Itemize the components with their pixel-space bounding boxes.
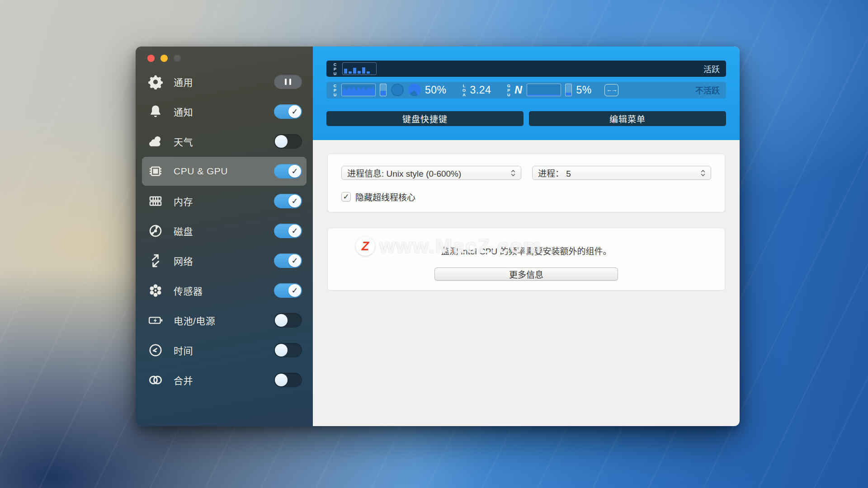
minimize-button[interactable]: [160, 55, 168, 62]
enable-toggle[interactable]: [274, 313, 302, 328]
menubar-preview-inactive[interactable]: CPU 50% LOA 3.24 GPU N 5%: [326, 82, 726, 98]
status-active-label: 活跃: [703, 63, 720, 75]
cpu-settings-panel: 进程信息: Unix style (0-600%) 进程： 5: [327, 154, 725, 212]
process-count-value: 进程： 5: [538, 167, 700, 179]
enable-toggle[interactable]: [274, 134, 302, 149]
chip-icon: [147, 163, 164, 179]
titlebar-controls: [136, 55, 313, 62]
sidebar: 通用通知天气CPU & GPU内存磁盘网络传感器电池/电源时间合并: [136, 47, 313, 426]
left-right-arrows-icon: [604, 84, 618, 96]
main-pane: CPU 活跃 CPU 50% LOA 3.24 GPU: [313, 47, 740, 426]
disk-icon: [147, 223, 164, 239]
pause-button[interactable]: [274, 75, 302, 89]
enable-toggle[interactable]: [274, 194, 302, 208]
header-buttons-row: 键盘快捷键 编辑菜单: [326, 111, 726, 126]
sidebar-item-label: 网络: [174, 254, 264, 267]
gpu-value: N: [514, 84, 522, 96]
merge-icon: [147, 372, 164, 388]
menubar-preview-active[interactable]: CPU 活跃: [326, 61, 726, 77]
hide-hyperthreading-row: 隐藏超线程核心: [341, 191, 711, 203]
bell-icon: [147, 103, 164, 120]
network-icon: [147, 253, 164, 269]
process-count-select[interactable]: 进程： 5: [532, 166, 711, 180]
sidebar-item-label: 通知: [174, 105, 264, 118]
zoom-button[interactable]: [174, 55, 181, 62]
sidebar-item-label: 通用: [174, 75, 264, 89]
cpu-gauge-ring-icon: [391, 84, 404, 96]
sidebar-item-label: 时间: [174, 343, 264, 357]
process-info-select[interactable]: 进程信息: Unix style (0-600%): [341, 166, 521, 180]
gpu-area-graph: [527, 84, 561, 96]
enable-toggle[interactable]: [274, 224, 302, 238]
sidebar-item-label: 天气: [174, 135, 264, 148]
sidebar-nav: 通用通知天气CPU & GPU内存磁盘网络传感器电池/电源时间合并: [136, 67, 313, 394]
cpu-meter: [380, 84, 387, 96]
load-value: 3.24: [470, 84, 491, 96]
more-info-button[interactable]: 更多信息: [434, 267, 618, 281]
sidebar-item-gear[interactable]: 通用: [142, 67, 307, 96]
notice-text: 监测 Intel CPU 的频率需要安装额外的组件。: [328, 244, 725, 257]
cpu-menu-label: CPU: [333, 84, 337, 97]
cpu-bar-graph: [342, 62, 377, 75]
sidebar-item-weather[interactable]: 天气: [142, 127, 307, 156]
enable-toggle[interactable]: [274, 283, 302, 298]
cpu-percent-value: 50%: [425, 84, 447, 96]
enable-toggle[interactable]: [274, 164, 302, 178]
selects-row: 进程信息: Unix style (0-600%) 进程： 5: [341, 166, 711, 180]
sidebar-item-merge[interactable]: 合并: [142, 366, 307, 394]
memory-icon: [147, 193, 164, 209]
weather-icon: [147, 133, 164, 150]
enable-toggle[interactable]: [274, 253, 302, 268]
sidebar-item-label: 磁盘: [174, 224, 264, 238]
sidebar-item-label: CPU & GPU: [174, 166, 264, 177]
gpu-percent-value: 5%: [576, 84, 591, 96]
process-info-value: 进程信息: Unix style (0-600%): [347, 167, 510, 179]
edit-menu-button[interactable]: 编辑菜单: [529, 111, 726, 126]
menubar-preview-header: CPU 活跃 CPU 50% LOA 3.24 GPU: [313, 47, 740, 140]
cpu-gauge-pie-icon: [408, 84, 421, 96]
gear-icon: [147, 74, 164, 90]
gpu-menu-label: GPU: [506, 84, 510, 97]
status-inactive-label: 不活跃: [695, 84, 720, 96]
load-menu-label: LOA: [462, 84, 466, 97]
sidebar-item-clock[interactable]: 时间: [142, 336, 307, 365]
sidebar-item-chip[interactable]: CPU & GPU: [142, 157, 307, 186]
fan-icon: [147, 282, 164, 299]
cpu-area-graph: [341, 84, 376, 96]
sidebar-item-label: 内存: [174, 194, 264, 208]
sidebar-item-label: 电池/电源: [174, 314, 264, 327]
battery-icon: [147, 312, 164, 328]
cpu-menu-label: CPU: [333, 62, 337, 75]
sidebar-item-fan[interactable]: 传感器: [142, 276, 307, 305]
close-button[interactable]: [147, 55, 155, 62]
sidebar-item-bell[interactable]: 通知: [142, 97, 307, 126]
content-area: 进程信息: Unix style (0-600%) 进程： 5: [313, 140, 740, 426]
sidebar-item-memory[interactable]: 内存: [142, 187, 307, 216]
sidebar-item-label: 传感器: [174, 284, 264, 297]
select-stepper-icon: [700, 169, 706, 178]
sidebar-item-network[interactable]: 网络: [142, 246, 307, 275]
sidebar-item-disk[interactable]: 磁盘: [142, 216, 307, 245]
gpu-meter: [565, 84, 572, 96]
select-stepper-icon: [510, 169, 516, 178]
enable-toggle[interactable]: [274, 104, 302, 119]
enable-toggle[interactable]: [274, 373, 302, 387]
sidebar-item-battery[interactable]: 电池/电源: [142, 306, 307, 335]
intel-notice-panel: 监测 Intel CPU 的频率需要安装额外的组件。 更多信息 Z www.Ma…: [327, 228, 725, 291]
desktop-wallpaper: 通用通知天气CPU & GPU内存磁盘网络传感器电池/电源时间合并 CPU 活跃…: [0, 0, 868, 488]
app-window: 通用通知天气CPU & GPU内存磁盘网络传感器电池/电源时间合并 CPU 活跃…: [136, 47, 740, 426]
hide-hyperthreading-checkbox[interactable]: [341, 192, 351, 202]
enable-toggle[interactable]: [274, 343, 302, 357]
keyboard-shortcuts-button[interactable]: 键盘快捷键: [326, 111, 524, 126]
hide-hyperthreading-label: 隐藏超线程核心: [355, 191, 415, 203]
clock-icon: [147, 342, 164, 358]
sidebar-item-label: 合并: [174, 373, 264, 387]
